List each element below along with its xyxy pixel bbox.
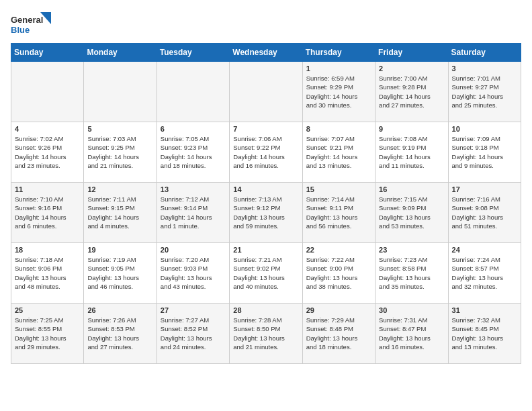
day-number: 15 (306, 185, 371, 193)
day-number: 27 (161, 306, 226, 314)
day-info: Sunrise: 7:23 AM Sunset: 8:58 PM Dayligh… (379, 255, 444, 291)
day-number: 4 (15, 125, 80, 133)
day-info: Sunrise: 7:26 AM Sunset: 8:53 PM Dayligh… (87, 316, 152, 351)
day-info: Sunrise: 7:11 AM Sunset: 9:15 PM Dayligh… (87, 195, 152, 230)
day-number: 6 (161, 125, 226, 133)
calendar-cell: 28Sunrise: 7:28 AM Sunset: 8:50 PM Dayli… (230, 304, 302, 364)
day-number: 30 (379, 306, 444, 314)
logo: GeneralBlue (11, 11, 51, 38)
calendar-cell: 9Sunrise: 7:08 AM Sunset: 9:19 PM Daylig… (375, 122, 448, 183)
day-info: Sunrise: 7:20 AM Sunset: 9:03 PM Dayligh… (161, 255, 226, 291)
calendar-cell: 25Sunrise: 7:25 AM Sunset: 8:55 PM Dayli… (11, 304, 84, 364)
day-number: 31 (452, 306, 517, 314)
day-info: Sunrise: 7:14 AM Sunset: 9:11 PM Dayligh… (306, 195, 371, 230)
day-number: 2 (379, 64, 444, 73)
day-info: Sunrise: 7:00 AM Sunset: 9:28 PM Dayligh… (379, 74, 444, 109)
calendar-cell: 3Sunrise: 7:01 AM Sunset: 9:27 PM Daylig… (448, 62, 521, 122)
day-number: 12 (87, 185, 152, 193)
day-info: Sunrise: 7:31 AM Sunset: 8:47 PM Dayligh… (379, 316, 444, 351)
day-info: Sunrise: 7:02 AM Sunset: 9:26 PM Dayligh… (15, 134, 80, 170)
day-info: Sunrise: 7:32 AM Sunset: 8:45 PM Dayligh… (452, 316, 517, 351)
day-number: 22 (306, 246, 371, 254)
weekday-header-tuesday: Tuesday (157, 44, 229, 62)
day-number: 5 (87, 125, 152, 133)
day-info: Sunrise: 7:28 AM Sunset: 8:50 PM Dayligh… (233, 316, 298, 351)
day-info: Sunrise: 7:15 AM Sunset: 9:09 PM Dayligh… (379, 195, 444, 230)
day-info: Sunrise: 7:06 AM Sunset: 9:22 PM Dayligh… (233, 134, 298, 170)
weekday-header-friday: Friday (375, 44, 448, 62)
header: GeneralBlue (11, 11, 521, 38)
day-number: 28 (233, 306, 298, 314)
day-number: 19 (87, 246, 152, 254)
logo-svg: GeneralBlue (11, 11, 51, 38)
day-number: 17 (452, 185, 517, 193)
day-info: Sunrise: 7:24 AM Sunset: 8:57 PM Dayligh… (452, 255, 517, 291)
day-info: Sunrise: 7:21 AM Sunset: 9:02 PM Dayligh… (233, 255, 298, 291)
calendar-cell: 12Sunrise: 7:11 AM Sunset: 9:15 PM Dayli… (84, 183, 157, 243)
calendar-cell: 16Sunrise: 7:15 AM Sunset: 9:09 PM Dayli… (375, 183, 448, 243)
day-info: Sunrise: 7:05 AM Sunset: 9:23 PM Dayligh… (161, 134, 226, 170)
calendar-cell: 26Sunrise: 7:26 AM Sunset: 8:53 PM Dayli… (84, 304, 157, 364)
calendar-cell: 2Sunrise: 7:00 AM Sunset: 9:28 PM Daylig… (375, 62, 448, 122)
calendar-cell (230, 62, 302, 122)
day-number: 26 (87, 306, 152, 314)
day-info: Sunrise: 7:18 AM Sunset: 9:06 PM Dayligh… (15, 255, 80, 291)
day-info: Sunrise: 7:29 AM Sunset: 8:48 PM Dayligh… (306, 316, 371, 351)
day-number: 29 (306, 306, 371, 314)
calendar-cell: 21Sunrise: 7:21 AM Sunset: 9:02 PM Dayli… (230, 243, 302, 304)
calendar-cell: 18Sunrise: 7:18 AM Sunset: 9:06 PM Dayli… (11, 243, 84, 304)
calendar-cell (84, 62, 157, 122)
svg-text:Blue: Blue (11, 25, 30, 35)
day-number: 11 (15, 185, 80, 193)
weekday-header-monday: Monday (84, 44, 157, 62)
day-number: 10 (452, 125, 517, 133)
calendar-cell: 15Sunrise: 7:14 AM Sunset: 9:11 PM Dayli… (302, 183, 375, 243)
calendar-cell: 20Sunrise: 7:20 AM Sunset: 9:03 PM Dayli… (157, 243, 229, 304)
calendar-table: SundayMondayTuesdayWednesdayThursdayFrid… (11, 43, 521, 364)
calendar-cell: 30Sunrise: 7:31 AM Sunset: 8:47 PM Dayli… (375, 304, 448, 364)
weekday-header-sunday: Sunday (11, 44, 84, 62)
day-number: 20 (161, 246, 226, 254)
day-info: Sunrise: 7:25 AM Sunset: 8:55 PM Dayligh… (15, 316, 80, 351)
calendar-cell: 14Sunrise: 7:13 AM Sunset: 9:12 PM Dayli… (230, 183, 302, 243)
day-number: 21 (233, 246, 298, 254)
calendar-cell: 13Sunrise: 7:12 AM Sunset: 9:14 PM Dayli… (157, 183, 229, 243)
weekday-header-wednesday: Wednesday (230, 44, 302, 62)
day-number: 25 (15, 306, 80, 314)
day-number: 16 (379, 185, 444, 193)
day-number: 24 (452, 246, 517, 254)
calendar-cell: 17Sunrise: 7:16 AM Sunset: 9:08 PM Dayli… (448, 183, 521, 243)
day-number: 3 (452, 64, 517, 73)
calendar-cell: 7Sunrise: 7:06 AM Sunset: 9:22 PM Daylig… (230, 122, 302, 183)
day-number: 13 (161, 185, 226, 193)
day-number: 18 (15, 246, 80, 254)
day-info: Sunrise: 7:13 AM Sunset: 9:12 PM Dayligh… (233, 195, 298, 230)
calendar-cell: 27Sunrise: 7:27 AM Sunset: 8:52 PM Dayli… (157, 304, 229, 364)
calendar-cell: 24Sunrise: 7:24 AM Sunset: 8:57 PM Dayli… (448, 243, 521, 304)
calendar-cell: 22Sunrise: 7:22 AM Sunset: 9:00 PM Dayli… (302, 243, 375, 304)
calendar-cell: 11Sunrise: 7:10 AM Sunset: 9:16 PM Dayli… (11, 183, 84, 243)
day-info: Sunrise: 7:10 AM Sunset: 9:16 PM Dayligh… (15, 195, 80, 230)
day-number: 7 (233, 125, 298, 133)
day-number: 8 (306, 125, 371, 133)
day-info: Sunrise: 7:07 AM Sunset: 9:21 PM Dayligh… (306, 134, 371, 170)
day-info: Sunrise: 7:08 AM Sunset: 9:19 PM Dayligh… (379, 134, 444, 170)
calendar-cell: 19Sunrise: 7:19 AM Sunset: 9:05 PM Dayli… (84, 243, 157, 304)
calendar-cell: 5Sunrise: 7:03 AM Sunset: 9:25 PM Daylig… (84, 122, 157, 183)
calendar-cell: 29Sunrise: 7:29 AM Sunset: 8:48 PM Dayli… (302, 304, 375, 364)
calendar-cell (157, 62, 229, 122)
day-info: Sunrise: 7:27 AM Sunset: 8:52 PM Dayligh… (161, 316, 226, 351)
day-info: Sunrise: 7:16 AM Sunset: 9:08 PM Dayligh… (452, 195, 517, 230)
weekday-header-saturday: Saturday (448, 44, 521, 62)
calendar-cell: 4Sunrise: 7:02 AM Sunset: 9:26 PM Daylig… (11, 122, 84, 183)
day-info: Sunrise: 7:19 AM Sunset: 9:05 PM Dayligh… (87, 255, 152, 291)
calendar-cell (11, 62, 84, 122)
day-number: 9 (379, 125, 444, 133)
calendar-cell: 31Sunrise: 7:32 AM Sunset: 8:45 PM Dayli… (448, 304, 521, 364)
calendar-cell: 10Sunrise: 7:09 AM Sunset: 9:18 PM Dayli… (448, 122, 521, 183)
calendar-cell: 23Sunrise: 7:23 AM Sunset: 8:58 PM Dayli… (375, 243, 448, 304)
day-number: 14 (233, 185, 298, 193)
day-info: Sunrise: 6:59 AM Sunset: 9:29 PM Dayligh… (306, 74, 371, 109)
day-number: 23 (379, 246, 444, 254)
weekday-header-thursday: Thursday (302, 44, 375, 62)
